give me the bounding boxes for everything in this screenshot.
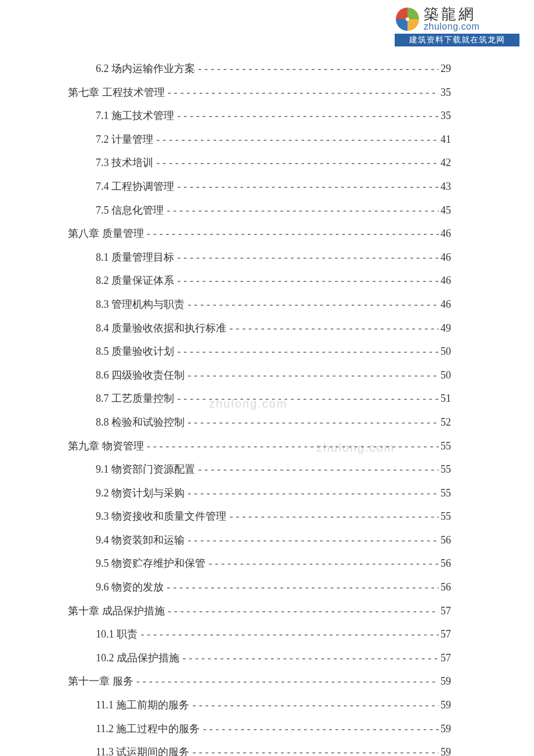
toc-page-number: 57 [441, 600, 451, 623]
toc-section: 10.2 成品保护措施 57 [68, 646, 451, 670]
pinwheel-icon [395, 6, 420, 32]
toc-page-number: 59 [441, 741, 451, 756]
toc-label: 8.2 质量保证体系 [96, 269, 174, 293]
toc-section: 8.3 管理机构与职责 46 [68, 293, 451, 316]
toc-label: 第八章 质量管理 [68, 222, 144, 246]
toc-page-number: 49 [441, 317, 451, 340]
toc-page-number: 50 [441, 364, 451, 387]
toc-page-number: 59 [441, 670, 451, 693]
logo-text: 築龍網 zhulong.com [424, 6, 479, 32]
toc-section: 7.1 施工技术管理 35 [68, 104, 451, 128]
toc-page-number: 35 [441, 81, 451, 105]
toc-leader [191, 740, 439, 756]
toc-label: 9.5 物资贮存维护和保管 [96, 552, 205, 575]
toc-page-number: 57 [441, 647, 451, 670]
toc-label: 7.1 施工技术管理 [96, 105, 174, 128]
toc-page-number: 55 [441, 435, 451, 458]
toc-leader [146, 434, 439, 458]
toc-label: 第十一章 服务 [68, 670, 134, 693]
toc-page-number: 42 [441, 152, 451, 175]
toc-page-number: 46 [441, 293, 451, 316]
svg-point-0 [406, 17, 409, 21]
toc-section: 11.2 施工过程中的服务 59 [68, 717, 451, 741]
toc-label: 7.3 技术培训 [96, 152, 153, 175]
document-page: 築龍網 zhulong.com 建筑资料下载就在筑龙网 zhulong.com … [0, 0, 534, 756]
toc-label: 第九章 物资管理 [68, 435, 144, 458]
toc-chapter: 第九章 物资管理 55 [68, 434, 451, 458]
toc-chapter: 第十章 成品保护措施 57 [68, 599, 451, 623]
toc-leader [186, 411, 439, 434]
toc-leader [176, 175, 439, 198]
toc-leader [207, 552, 439, 575]
toc-label: 11.2 施工过程中的服务 [96, 718, 200, 741]
toc-page-number: 57 [441, 623, 451, 646]
toc-leader [165, 575, 439, 599]
toc-leader [165, 199, 439, 222]
toc-label: 8.1 质量管理目标 [96, 246, 174, 269]
toc-leader [197, 458, 439, 481]
toc-section: 9.5 物资贮存维护和保管 56 [68, 552, 451, 575]
toc-section: 8.4 质量验收依据和执行标准 49 [68, 316, 451, 340]
toc-section: 8.6 四级验收责任制 50 [68, 363, 451, 387]
site-logo: 築龍網 zhulong.com 建筑资料下载就在筑龙网 [395, 6, 519, 48]
toc-page-number: 59 [441, 718, 451, 741]
toc-section: 9.3 物资接收和质量文件管理 55 [68, 505, 451, 528]
toc-page-number: 50 [441, 340, 451, 363]
toc-section: 11.1 施工前期的服务 59 [68, 693, 451, 717]
toc-section: 8.2 质量保证体系 46 [68, 269, 451, 293]
toc-page-number: 55 [441, 482, 451, 505]
toc-label: 8.6 四级验收责任制 [96, 364, 185, 387]
toc-leader [176, 387, 439, 410]
toc-section: 8.7 工艺质量控制 51 [68, 387, 451, 411]
toc-leader [176, 340, 439, 363]
toc-label: 8.8 检验和试验控制 [96, 411, 185, 434]
toc-section: 8.1 质量管理目标 46 [68, 246, 451, 269]
toc-leader [167, 81, 439, 104]
toc-leader [155, 128, 439, 151]
toc-leader [181, 646, 439, 669]
toc-leader [146, 222, 439, 245]
toc-section: 6.2 场内运输作业方案 29 [68, 57, 451, 81]
toc-label: 第十章 成品保护措施 [68, 600, 165, 623]
toc-label: 6.2 场内运输作业方案 [96, 57, 195, 81]
toc-page-number: 41 [441, 128, 451, 152]
toc-leader [186, 528, 439, 552]
toc-leader [186, 293, 439, 316]
toc-label: 11.3 试运期间的服务 [96, 741, 189, 756]
toc-label: 9.2 物资计划与采购 [96, 482, 185, 505]
toc-label: 8.4 质量验收依据和执行标准 [96, 317, 226, 340]
logo-strip: 建筑资料下载就在筑龙网 [395, 34, 519, 46]
toc-label: 9.1 物资部门资源配置 [96, 458, 195, 481]
toc-leader [228, 505, 439, 528]
toc-label: 7.4 工程协调管理 [96, 175, 174, 199]
toc-page-number: 35 [441, 105, 451, 128]
toc-page-number: 56 [441, 576, 451, 599]
toc-page-number: 46 [441, 269, 451, 293]
toc-chapter: 第八章 质量管理 46 [68, 222, 451, 246]
toc-leader [176, 246, 439, 269]
toc-label: 10.1 职责 [96, 623, 138, 646]
toc-page-number: 56 [441, 529, 451, 552]
toc-leader [191, 693, 439, 717]
toc-section: 7.2 计量管理 41 [68, 128, 451, 152]
toc-section: 11.3 试运期间的服务 59 [68, 740, 451, 756]
toc-leader [201, 717, 439, 740]
logo-en: zhulong.com [424, 22, 479, 32]
toc-section: 9.4 物资装卸和运输 56 [68, 528, 451, 552]
toc-section: 8.5 质量验收计划 50 [68, 340, 451, 363]
toc-label: 11.1 施工前期的服务 [96, 694, 189, 717]
toc-section: 7.5 信息化管理 45 [68, 199, 451, 222]
toc-page-number: 55 [441, 458, 451, 481]
toc-label: 10.2 成品保护措施 [96, 647, 179, 670]
toc-label: 9.3 物资接收和质量文件管理 [96, 505, 226, 528]
toc-label: 9.4 物资装卸和运输 [96, 529, 185, 552]
toc-leader [228, 316, 439, 340]
toc-page-number: 46 [441, 246, 451, 269]
toc-page-number: 45 [441, 199, 451, 222]
toc-section: 7.4 工程协调管理 43 [68, 175, 451, 199]
toc-label: 8.7 工艺质量控制 [96, 387, 174, 411]
toc-page-number: 29 [441, 57, 451, 81]
table-of-contents: 6.2 场内运输作业方案 29第七章 工程技术管理 357.1 施工技术管理 3… [68, 57, 451, 756]
toc-page-number: 46 [441, 222, 451, 246]
toc-leader [197, 57, 439, 80]
